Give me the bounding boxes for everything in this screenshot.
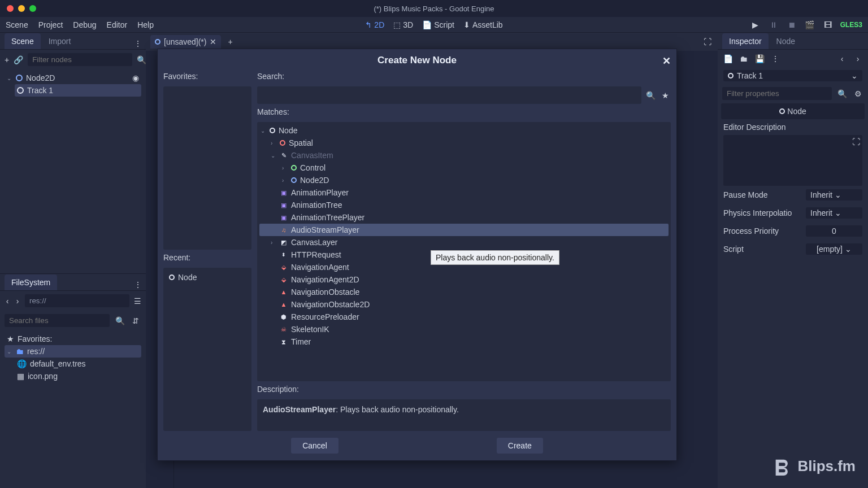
left-dock: Scene Import ⋮ + 🔗 🔍 ⎙ ⌄ Node2D ◉ Track … [0,33,146,488]
match-animationtree[interactable]: ▣AnimationTree [259,199,669,211]
match-node[interactable]: ⌄Node [259,124,669,137]
fs-dock-menu-icon[interactable]: ⋮ [134,279,146,290]
menu-editor[interactable]: Editor [107,20,128,29]
node2d-icon [16,75,23,81]
cancel-button[interactable]: Cancel [291,438,338,454]
script-value[interactable]: [empty] ⌄ [806,243,862,255]
distraction-free-icon[interactable]: ⛶ [702,36,713,47]
viewport-2d-label: 2D [374,20,384,29]
physics-interp-prop: Physics Interpolatio Inherit ⌄ [718,204,868,222]
scene-root-node[interactable]: ⌄ Node2D ◉ [5,72,141,84]
filter-search-icon[interactable]: 🔍 [836,88,848,99]
menu-debug[interactable]: Debug [73,20,96,29]
inspector-type-header[interactable]: Node [721,103,865,119]
filesystem-tab[interactable]: FileSystem [5,274,57,290]
fs-prev-button[interactable]: ‹ [5,295,10,307]
close-tab-icon[interactable]: ✕ [210,37,216,46]
fs-file-icon[interactable]: ▦ icon.png [15,370,141,382]
pause-mode-value[interactable]: Inherit ⌄ [806,189,862,201]
play-button[interactable]: ▶ [750,19,761,30]
play-custom-button[interactable]: 🎞 [822,19,834,30]
filter-properties-input[interactable] [722,87,832,100]
fs-root[interactable]: ⌄ 🖿 res:// [5,345,141,358]
viewport-3d-tab[interactable]: ⬚ 3D [393,20,413,29]
scene-child-node[interactable]: Track 1 [15,84,141,97]
inspector-folder-icon[interactable]: 🖿 [738,53,749,64]
add-node-button[interactable]: + [5,54,9,66]
editor-description-prop[interactable]: Editor Description [718,119,868,135]
favorites-label: Favorites: [163,72,251,81]
expand-icon[interactable]: ⛶ [852,137,860,146]
match-navigationagent2d[interactable]: ⬙NavigationAgent2D [259,273,669,286]
menu-scene[interactable]: Scene [6,20,28,29]
import-tab[interactable]: Import [42,33,78,49]
search-icon[interactable]: 🔍 [645,90,656,101]
inspector-save-icon[interactable]: 💾 [754,53,765,64]
renderer-label[interactable]: GLES3 [840,21,862,29]
menu-help[interactable]: Help [137,20,154,29]
match-navigationobstacle[interactable]: ▲NavigationObstacle [259,286,669,298]
inspector-object-selector[interactable]: Track 1 ⌄ [723,70,862,81]
match-navigationobstacle2d[interactable]: ▲NavigationObstacle2D [259,298,669,311]
fs-split-icon[interactable]: ☰ [134,295,141,307]
favorite-toggle-icon[interactable]: ★ [659,90,671,101]
inspector-menu-icon[interactable]: ⋮ [770,53,781,64]
play-scene-button[interactable]: 🎬 [804,19,815,30]
match-audiostreamplayer[interactable]: ♫AudioStreamPlayer [259,224,669,236]
process-priority-prop: Process Priority 0 [718,222,868,240]
match-skeletonik[interactable]: ☠SkeletonIK [259,323,669,336]
fs-file1-label: default_env.tres [30,359,86,368]
add-tab-button[interactable]: + [224,36,236,47]
dock-menu-icon[interactable]: ⋮ [134,38,146,49]
link-scene-button[interactable]: 🔗 [14,54,23,66]
history-prev-icon[interactable]: ‹ [836,53,848,64]
watermark: Blips.fm [772,456,856,476]
history-next-icon[interactable]: › [852,53,863,64]
minimize-window-button[interactable] [18,5,25,12]
fs-file-env[interactable]: 🌐 default_env.tres [15,358,141,370]
visibility-icon[interactable]: ◉ [132,73,139,82]
match-spatial[interactable]: ›Spatial [259,137,669,149]
fs-favorites[interactable]: ★ Favorites: [5,333,141,345]
node-tab[interactable]: Node [770,33,802,49]
node2d-icon [155,39,160,45]
recent-item-node[interactable]: Node [167,271,248,284]
fs-next-button[interactable]: › [15,295,20,307]
viewport-assetlib-label: AssetLib [472,20,503,29]
create-button[interactable]: Create [497,438,543,454]
menu-project[interactable]: Project [38,20,63,29]
search-icon[interactable]: 🔍 [137,54,146,66]
physics-interp-value[interactable]: Inherit ⌄ [806,207,862,219]
viewport-assetlib-tab[interactable]: ⬇ AssetLib [463,20,503,29]
scene-tab[interactable]: Scene [5,33,41,49]
close-window-button[interactable] [7,5,14,12]
fs-search-input[interactable] [5,314,110,327]
search-input[interactable] [257,86,641,104]
fs-sort-icon[interactable]: ⇵ [130,315,141,326]
match-animationtreeplayer[interactable]: ▣AnimationTreePlayer [259,211,669,224]
editor-scene-tab[interactable]: [unsaved](*) ✕ [150,35,221,49]
viewport-script-tab[interactable]: 📄 Script [422,20,454,29]
maximize-window-button[interactable] [29,5,36,12]
process-priority-value[interactable]: 0 [806,225,862,237]
editor-desc-textarea[interactable]: ⛶ [723,135,862,186]
stop-button[interactable]: ⏹ [786,19,797,30]
match-canvasitem[interactable]: ⌄✎CanvasItem [259,149,669,162]
match-animationplayer[interactable]: ▣AnimationPlayer [259,186,669,199]
match-node2d[interactable]: ›Node2D [259,174,669,186]
match-resourcepreloader[interactable]: ⬢ResourcePreloader [259,311,669,323]
filter-nodes-input[interactable] [28,53,132,66]
close-dialog-button[interactable]: ✕ [662,55,671,67]
viewport-2d-tab[interactable]: ↰ 2D [365,20,384,29]
timer-icon: ⧗ [280,338,288,346]
match-canvaslayer[interactable]: ›◩CanvasLayer [259,236,669,249]
fs-path-input[interactable] [25,294,129,307]
fs-search-icon[interactable]: 🔍 [114,315,125,326]
node-icon [270,128,275,133]
match-timer[interactable]: ⧗Timer [259,336,669,348]
pause-button[interactable]: ⏸ [768,19,779,30]
inspector-file-icon[interactable]: 📄 [722,53,734,64]
inspector-tab[interactable]: Inspector [722,33,769,49]
filter-settings-icon[interactable]: ⚙ [852,88,863,99]
match-control[interactable]: ›Control [259,162,669,174]
